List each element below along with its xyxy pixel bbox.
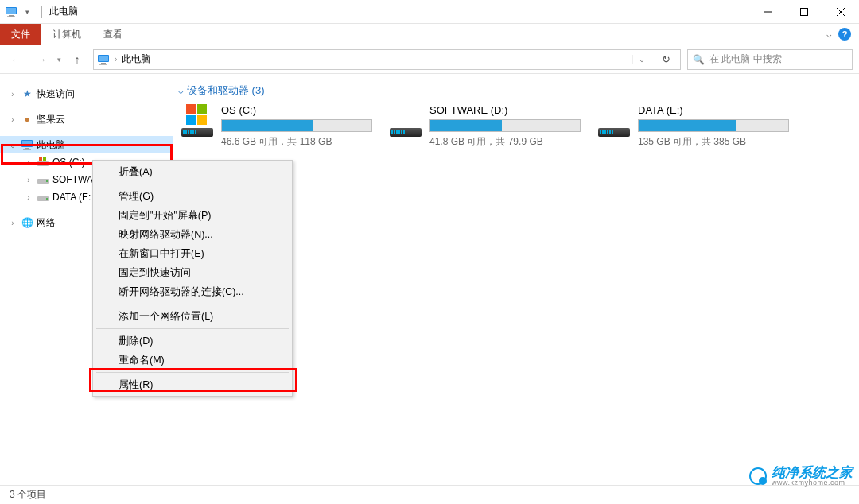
- svg-point-20: [46, 180, 48, 182]
- address-text[interactable]: 此电脑: [122, 52, 628, 66]
- svg-rect-14: [25, 148, 29, 149]
- search-icon: 🔍: [693, 54, 705, 65]
- menu-manage[interactable]: 管理(G): [95, 187, 290, 206]
- chevron-right-icon[interactable]: ›: [24, 158, 33, 167]
- menu-add-network-location[interactable]: 添加一个网络位置(L): [95, 307, 290, 326]
- qat-dropdown-icon[interactable]: ▾: [21, 6, 33, 18]
- chevron-right-icon[interactable]: ›: [8, 115, 17, 124]
- chevron-down-icon[interactable]: ⌵: [8, 141, 17, 149]
- ribbon-tabs: 文件 计算机 查看 ⌵ ?: [0, 24, 859, 45]
- app-icon: [5, 6, 17, 18]
- menu-pin-start[interactable]: 固定到"开始"屏幕(P): [95, 206, 290, 225]
- status-text: 3 个项目: [10, 488, 46, 502]
- search-placeholder: 在 此电脑 中搜索: [709, 52, 782, 66]
- drive-item[interactable]: OS (C:) 46.6 GB 可用，共 118 GB: [178, 104, 374, 149]
- address-icon: [97, 53, 110, 66]
- svg-rect-15: [23, 149, 31, 150]
- svg-rect-3: [7, 16, 15, 17]
- menu-delete[interactable]: 删除(D): [95, 331, 290, 351]
- windows-logo-icon: [186, 104, 208, 126]
- sidebar-label: 坚果云: [37, 113, 65, 126]
- watermark-icon: [749, 467, 767, 485]
- drive-usage-bar: [430, 119, 581, 132]
- drive-free-text: 41.8 GB 可用，共 79.9 GB: [430, 135, 582, 149]
- menu-pin-quick-access[interactable]: 固定到快速访问: [95, 263, 290, 282]
- drive-name: OS (C:): [221, 104, 374, 116]
- drive-free-text: 46.6 GB 可用，共 118 GB: [221, 135, 374, 149]
- ssd-icon: [390, 128, 422, 137]
- svg-rect-5: [801, 8, 808, 15]
- watermark-title: 纯净系统之家: [772, 466, 853, 479]
- history-dropdown-icon[interactable]: ▾: [57, 56, 61, 64]
- navigation-bar: ← → ▾ ↑ › 此电脑 ⌵ ↻ 🔍 在 此电脑 中搜索: [0, 45, 859, 74]
- watermark-url: www.kzmyhome.com: [772, 479, 853, 487]
- drive-icon: [37, 156, 49, 169]
- search-input[interactable]: 🔍 在 此电脑 中搜索: [687, 49, 853, 70]
- svg-rect-13: [22, 141, 32, 146]
- svg-rect-17: [39, 157, 42, 161]
- forward-button[interactable]: →: [32, 50, 51, 69]
- context-menu: 折叠(A) 管理(G) 固定到"开始"屏幕(P) 映射网络驱动器(N)... 在…: [92, 160, 293, 397]
- menu-disconnect-drive[interactable]: 断开网络驱动器的连接(C)...: [95, 282, 290, 301]
- address-dropdown-icon[interactable]: ⌵: [632, 55, 650, 64]
- drive-item[interactable]: DATA (E:) 135 GB 可用，共 385 GB: [595, 104, 791, 149]
- help-icon[interactable]: ?: [838, 28, 851, 41]
- refresh-button[interactable]: ↻: [655, 50, 677, 69]
- svg-rect-16: [37, 161, 49, 166]
- svg-rect-10: [101, 63, 106, 64]
- ssd-icon: [598, 128, 630, 137]
- network-icon: 🌐: [21, 216, 33, 229]
- status-bar: 3 个项目: [0, 485, 859, 504]
- sidebar-label: OS (C:): [52, 157, 85, 168]
- drive-name: DATA (E:): [638, 104, 791, 116]
- chevron-down-icon[interactable]: ⌵: [178, 86, 184, 96]
- pc-icon: [21, 138, 33, 151]
- window-title: 此电脑: [49, 5, 78, 18]
- maximize-button[interactable]: [786, 0, 822, 24]
- menu-open-new-window[interactable]: 在新窗口中打开(E): [95, 244, 290, 263]
- sidebar-item-this-pc[interactable]: ⌵ 此电脑: [0, 136, 173, 153]
- menu-properties[interactable]: 属性(R): [95, 375, 290, 394]
- sidebar-item-jianguoyun[interactable]: › ● 坚果云: [0, 110, 173, 128]
- svg-rect-18: [43, 157, 46, 161]
- drive-icon: [37, 173, 49, 186]
- menu-rename[interactable]: 重命名(M): [95, 351, 290, 370]
- drive-icon: [37, 191, 49, 204]
- sidebar-item-quick-access[interactable]: › ★ 快速访问: [0, 85, 173, 103]
- drive-usage-bar: [221, 119, 372, 132]
- close-button[interactable]: [822, 0, 859, 24]
- drive-item[interactable]: SOFTWARE (D:) 41.8 GB 可用，共 79.9 GB: [387, 104, 582, 149]
- chevron-right-icon[interactable]: ›: [24, 176, 33, 184]
- nut-icon: ●: [21, 113, 33, 126]
- svg-point-22: [46, 198, 48, 200]
- tab-file[interactable]: 文件: [0, 24, 41, 45]
- svg-rect-9: [99, 56, 108, 61]
- star-icon: ★: [21, 87, 33, 100]
- sidebar-label: DATA (E:: [52, 192, 91, 203]
- title-bar: ▾ | 此电脑: [0, 0, 859, 24]
- menu-collapse[interactable]: 折叠(A): [95, 162, 290, 181]
- ribbon-collapse-icon[interactable]: ⌵: [826, 29, 832, 40]
- sidebar-label: 网络: [37, 216, 56, 230]
- section-header[interactable]: ⌵ 设备和驱动器 (3): [178, 83, 851, 98]
- svg-rect-2: [9, 15, 14, 17]
- chevron-right-icon[interactable]: ›: [24, 193, 33, 202]
- minimize-button[interactable]: [749, 0, 786, 24]
- up-button[interactable]: ↑: [68, 50, 87, 69]
- address-bar[interactable]: › 此电脑 ⌵ ↻: [93, 49, 681, 70]
- drive-free-text: 135 GB 可用，共 385 GB: [638, 135, 791, 149]
- menu-map-drive[interactable]: 映射网络驱动器(N)...: [95, 225, 290, 244]
- chevron-right-icon[interactable]: ›: [8, 90, 17, 99]
- title-separator: |: [40, 5, 43, 19]
- watermark: 纯净系统之家 www.kzmyhome.com: [749, 466, 853, 487]
- svg-rect-1: [6, 8, 16, 14]
- section-title: 设备和驱动器 (3): [187, 83, 265, 98]
- chevron-right-icon[interactable]: ›: [8, 219, 17, 227]
- tab-computer[interactable]: 计算机: [41, 24, 92, 45]
- drive-name: SOFTWARE (D:): [430, 104, 582, 116]
- tab-view[interactable]: 查看: [92, 24, 134, 45]
- drive-usage-bar: [638, 119, 789, 132]
- breadcrumb-chevron-icon[interactable]: ›: [115, 55, 117, 64]
- svg-rect-11: [99, 64, 107, 64]
- back-button[interactable]: ←: [6, 50, 25, 69]
